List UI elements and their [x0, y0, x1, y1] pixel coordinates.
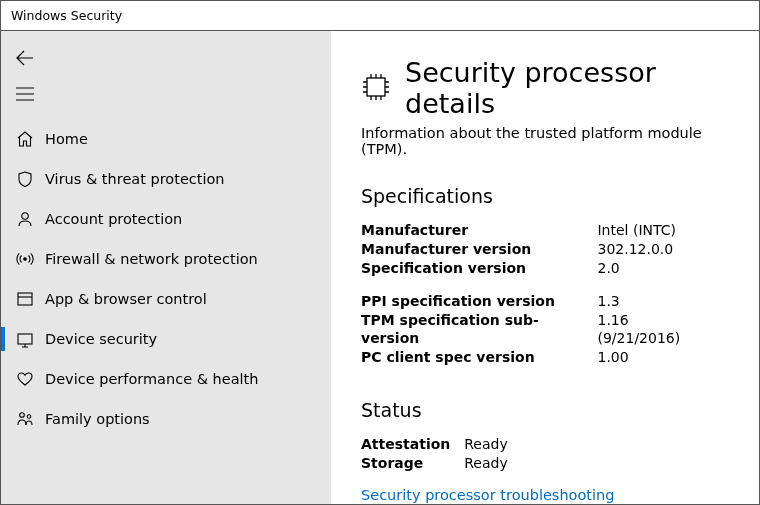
heart-icon — [5, 370, 45, 388]
sidebar-top — [1, 43, 331, 119]
shield-icon — [5, 170, 45, 188]
page-title: Security processor details — [405, 57, 729, 119]
sidebar-item-label: Family options — [45, 411, 150, 427]
spec-heading: Specifications — [361, 185, 729, 207]
titlebar: Windows Security — [1, 1, 759, 31]
table-row: TPM specification sub-version1.16 (9/21/… — [361, 311, 729, 349]
table-row: StorageReady — [361, 454, 522, 473]
status-heading: Status — [361, 399, 729, 421]
sidebar-item-device-security[interactable]: Device security — [1, 319, 331, 359]
svg-point-5 — [27, 415, 31, 419]
svg-rect-6 — [367, 78, 385, 96]
svg-point-4 — [20, 413, 25, 418]
table-row: AttestationReady — [361, 435, 522, 454]
sidebar-item-label: Device security — [45, 331, 157, 347]
sidebar-item-home[interactable]: Home — [1, 119, 331, 159]
table-row: Manufacturer version302.12.0.0 — [361, 240, 729, 259]
device-icon — [5, 330, 45, 348]
sidebar-item-account[interactable]: Account protection — [1, 199, 331, 239]
window-icon — [5, 290, 45, 308]
chip-icon — [361, 72, 391, 102]
sidebar-item-label: App & browser control — [45, 291, 207, 307]
main-container: Home Virus & threat protection Acco — [1, 31, 759, 504]
window-title: Windows Security — [11, 8, 122, 23]
nav-list: Home Virus & threat protection Acco — [1, 119, 331, 439]
svg-rect-3 — [18, 334, 32, 344]
back-button[interactable] — [5, 43, 45, 73]
sidebar-item-label: Device performance & health — [45, 371, 259, 387]
person-icon — [5, 210, 45, 228]
page-header: Security processor details — [361, 49, 729, 125]
hamburger-icon — [16, 87, 34, 101]
table-row: PPI specification version1.3 — [361, 292, 729, 311]
svg-point-0 — [22, 213, 28, 219]
content: Security processor details Information a… — [331, 31, 759, 504]
sidebar-item-label: Home — [45, 131, 88, 147]
svg-point-1 — [24, 258, 27, 261]
sidebar-item-family[interactable]: Family options — [1, 399, 331, 439]
sidebar-item-app-browser[interactable]: App & browser control — [1, 279, 331, 319]
status-table: AttestationReady StorageReady — [361, 435, 522, 473]
spec-table: ManufacturerIntel (INTC) Manufacturer ve… — [361, 221, 729, 367]
sidebar-item-label: Account protection — [45, 211, 182, 227]
troubleshoot-link[interactable]: Security processor troubleshooting — [361, 487, 614, 503]
sidebar-item-virus[interactable]: Virus & threat protection — [1, 159, 331, 199]
page-subtitle: Information about the trusted platform m… — [361, 125, 729, 157]
antenna-icon — [5, 250, 45, 268]
sidebar-item-label: Firewall & network protection — [45, 251, 258, 267]
family-icon — [5, 410, 45, 428]
table-row: ManufacturerIntel (INTC) — [361, 221, 729, 240]
hamburger-button[interactable] — [5, 79, 45, 109]
table-row: PC client spec version1.00 — [361, 348, 729, 367]
sidebar-item-label: Virus & threat protection — [45, 171, 225, 187]
sidebar: Home Virus & threat protection Acco — [1, 31, 331, 504]
sidebar-item-performance[interactable]: Device performance & health — [1, 359, 331, 399]
sidebar-item-firewall[interactable]: Firewall & network protection — [1, 239, 331, 279]
table-row: Specification version2.0 — [361, 259, 729, 278]
home-icon — [5, 130, 45, 148]
svg-rect-2 — [18, 293, 32, 305]
back-arrow-icon — [15, 48, 35, 68]
